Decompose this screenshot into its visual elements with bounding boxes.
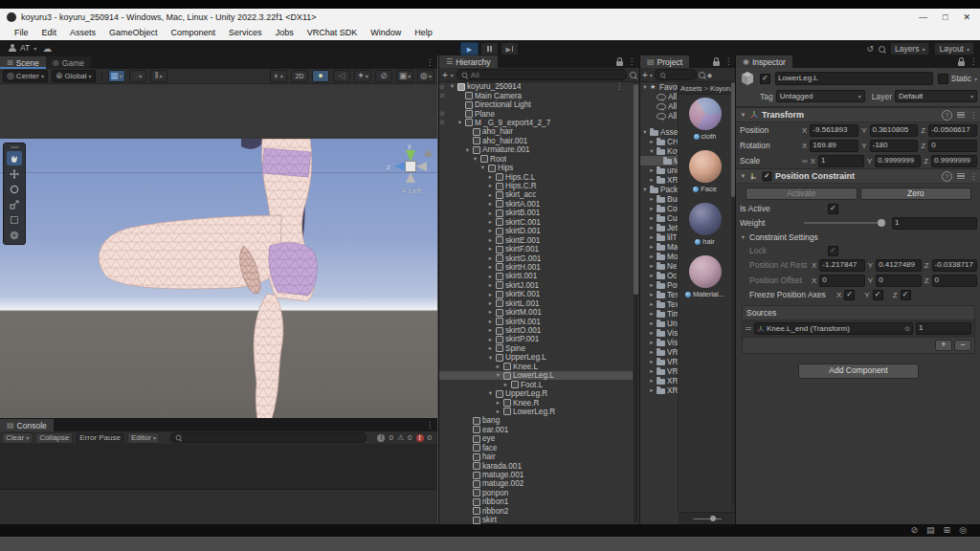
rotation-y-field[interactable]: -180 <box>870 140 919 152</box>
hierarchy-item[interactable]: ▸Knee.R <box>439 398 633 407</box>
foldout-closed-icon[interactable]: ▸ <box>649 282 655 289</box>
project-tree-item[interactable]: All <box>640 111 678 121</box>
project-tree-item[interactable]: M <box>640 156 678 165</box>
constraint-settings-foldout[interactable]: ▾ Constraint Settings <box>736 231 980 244</box>
foldout-closed-icon[interactable]: ▸ <box>649 263 655 270</box>
transform-tool-button[interactable] <box>7 228 22 242</box>
project-tree-item[interactable]: ▸Jet <box>640 223 678 232</box>
hierarchy-item[interactable]: bang <box>439 416 633 425</box>
menu-vrchat-sdk[interactable]: VRChat SDK <box>301 28 365 37</box>
foldout-closed-icon[interactable]: ▸ <box>649 349 655 356</box>
console-error-pause-button[interactable]: Error Pause <box>76 432 124 444</box>
foldout-closed-icon[interactable]: ▸ <box>487 228 494 234</box>
project-tree-item[interactable]: ▸XR <box>640 386 678 395</box>
hierarchy-menu-icon[interactable]: ⋮ <box>628 57 635 66</box>
foldout-closed-icon[interactable]: ▸ <box>649 311 655 318</box>
notifications-muted-icon[interactable]: ⊘ <box>911 526 919 535</box>
window-titlebar[interactable]: koyuru3 - koyuru_250914 - Windows, Mac, … <box>0 9 980 25</box>
project-tree-item[interactable]: ▸Mo <box>640 252 678 261</box>
static-checkbox[interactable] <box>938 74 948 84</box>
asset-zoom-slider[interactable] <box>679 512 736 524</box>
activate-button[interactable]: Activate <box>746 187 858 200</box>
rotation-z-field[interactable]: 0 <box>928 140 977 152</box>
project-tree-item[interactable]: All <box>640 101 678 111</box>
hierarchy-item[interactable]: ▸skirtH.001 <box>439 263 633 272</box>
foldout-closed-icon[interactable]: ▸ <box>649 215 655 222</box>
asset-item[interactable]: hair <box>679 200 731 253</box>
tab-project[interactable]: ▤Project <box>640 55 689 68</box>
grid-snap-button[interactable]: ▦▾ <box>108 70 125 82</box>
hierarchy-item[interactable]: ▸skirtM.001 <box>439 308 633 317</box>
remove-source-button[interactable]: − <box>954 340 971 351</box>
lock-checkbox[interactable] <box>828 246 838 256</box>
lock-icon[interactable] <box>425 152 432 157</box>
at-rest-z-field[interactable]: -0.0338717 <box>932 259 977 272</box>
project-tree-item[interactable]: All <box>640 92 678 101</box>
foldout-open-icon[interactable]: ▾ <box>642 187 648 193</box>
foldout-closed-icon[interactable]: ▸ <box>495 408 501 415</box>
console-clear-button[interactable]: Clear▾ <box>2 432 33 444</box>
foldout-open-icon[interactable]: ▾ <box>740 112 746 119</box>
hierarchy-item[interactable]: ▸skirtE.001 <box>439 235 633 244</box>
layer-dropdown[interactable]: Default▾ <box>895 90 977 102</box>
foldout-closed-icon[interactable]: ▸ <box>495 400 501 407</box>
hierarchy-item[interactable]: ▸Hips.C.L <box>439 172 633 181</box>
link-scale-icon[interactable]: ∞ <box>802 157 808 165</box>
component-enabled-checkbox[interactable] <box>763 171 772 181</box>
project-tree-item[interactable]: ▸Ne <box>640 261 678 271</box>
menu-edit[interactable]: Edit <box>35 28 64 37</box>
move-snap-button[interactable]: ‖▾ <box>150 70 167 82</box>
foldout-closed-icon[interactable]: ▸ <box>487 264 494 271</box>
weight-slider[interactable] <box>804 222 883 224</box>
hierarchy-item-menu-icon[interactable]: ⋮ <box>615 82 623 91</box>
pause-button[interactable] <box>480 42 499 55</box>
foldout-closed-icon[interactable]: ▸ <box>487 219 494 226</box>
is-active-checkbox[interactable] <box>828 204 838 214</box>
transform-header[interactable]: ▾ Transform ? ⋮ <box>736 107 980 122</box>
foldout-closed-icon[interactable]: ▸ <box>649 177 655 184</box>
project-tree-item[interactable]: ▸lilT <box>640 232 678 242</box>
2d-toggle-button[interactable]: 2D <box>291 70 308 82</box>
hierarchy-item[interactable]: ▸skirt_acc <box>439 190 633 199</box>
project-tree-item[interactable]: ▸Cur <box>640 213 678 223</box>
project-menu-icon[interactable]: ⋮ <box>724 57 732 66</box>
hierarchy-item[interactable]: Directional Light <box>439 100 633 109</box>
hierarchy-item[interactable]: ▸Foot.L <box>439 380 633 388</box>
hierarchy-item[interactable]: Main Camera <box>439 91 633 99</box>
gizmos-dropdown[interactable]: ◍▾ <box>417 70 434 82</box>
source-list-item[interactable]: Knee.L_end (Transform) ⊙ 1 <box>743 320 974 337</box>
hand-tool-button[interactable] <box>7 151 22 165</box>
hierarchy-item[interactable]: ▸skirtK.001 <box>439 290 633 298</box>
foldout-closed-icon[interactable]: ▸ <box>649 225 655 231</box>
preset-icon[interactable] <box>957 112 965 119</box>
foldout-closed-icon[interactable]: ▸ <box>487 246 494 253</box>
console-menu-icon[interactable]: ⋮ <box>426 421 434 430</box>
hierarchy-item[interactable]: ▾LowerLeg.L <box>439 371 633 380</box>
foldout-closed-icon[interactable]: ▸ <box>649 206 655 212</box>
project-tree-item[interactable]: ▸Tex <box>640 299 678 309</box>
hierarchy-item[interactable]: ▸skirtF.001 <box>439 245 633 253</box>
tab-console[interactable]: ▤Console <box>0 419 54 431</box>
foldout-closed-icon[interactable]: ▸ <box>649 253 655 260</box>
overlay-drag-handle[interactable] <box>11 146 19 148</box>
gameobject-name-field[interactable]: LowerLeg.L <box>775 72 933 85</box>
lock-icon[interactable] <box>616 61 623 66</box>
project-tree-item[interactable]: ▾★Favorites <box>640 82 678 92</box>
hierarchy-item[interactable]: ▾Root <box>439 155 633 164</box>
create-object-button[interactable]: + <box>442 70 448 80</box>
background-tasks-icon[interactable]: ⊞ <box>944 526 951 535</box>
project-search-input[interactable] <box>655 69 697 80</box>
project-tree-item[interactable]: ▸CH <box>640 137 678 146</box>
foldout-closed-icon[interactable]: ▸ <box>487 192 494 199</box>
foldout-closed-icon[interactable]: ▸ <box>649 330 655 337</box>
error-count-icon[interactable]: ! <box>416 434 424 442</box>
hierarchy-item[interactable]: ear.001 <box>439 426 633 434</box>
menu-file[interactable]: File <box>8 28 35 37</box>
offset-y-field[interactable]: 0 <box>876 275 921 287</box>
hierarchy-item[interactable]: ▾Hips <box>439 164 633 172</box>
rotate-tool-button[interactable] <box>7 182 22 196</box>
foldout-open-icon[interactable]: ▾ <box>487 390 494 397</box>
scale-z-field[interactable]: 0.9999999 <box>931 155 977 167</box>
project-tree-item[interactable]: ▸XR <box>640 376 678 386</box>
hierarchy-item[interactable]: ▾M _G_9_export4_2_7 <box>439 119 633 127</box>
